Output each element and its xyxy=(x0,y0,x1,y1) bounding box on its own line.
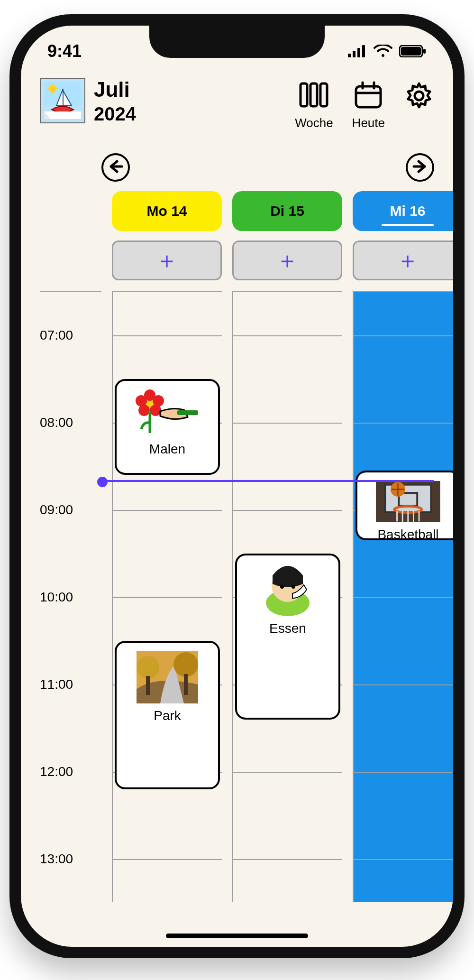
event-card[interactable]: Essen xyxy=(235,554,340,720)
svg-point-21 xyxy=(415,92,423,100)
hour-label: 08:00 xyxy=(40,415,73,430)
hour-label: 13:00 xyxy=(40,851,73,867)
plus-icon: ＋ xyxy=(396,245,419,276)
event-card[interactable]: Park xyxy=(115,641,220,789)
day-pill-label: Mi 16 xyxy=(390,203,425,219)
event-title: Park xyxy=(154,708,181,723)
status-indicators xyxy=(348,45,427,58)
day-column-mon[interactable]: MalenPark xyxy=(112,291,222,902)
arrow-right-icon xyxy=(412,159,428,176)
add-event-mon[interactable]: ＋ xyxy=(112,240,222,280)
svg-rect-16 xyxy=(320,83,327,106)
hour-label: 10:00 xyxy=(40,590,73,605)
header-title: Juli 2024 xyxy=(94,78,136,125)
svg-rect-0 xyxy=(348,54,351,57)
week-view-button[interactable]: Woche xyxy=(295,81,333,130)
basketball-icon xyxy=(376,481,440,522)
eating-icon xyxy=(259,564,316,616)
day-column-wed[interactable]: Basketball xyxy=(353,291,453,902)
svg-rect-3 xyxy=(362,45,365,57)
svg-point-8 xyxy=(49,85,56,92)
day-pill-mon[interactable]: Mo 14 xyxy=(112,191,222,231)
hour-label: 11:00 xyxy=(40,677,73,692)
hour-label: 12:00 xyxy=(40,764,73,779)
day-pill-label: Mo 14 xyxy=(146,203,187,219)
home-indicator xyxy=(166,934,308,938)
day-pill-tue[interactable]: Di 15 xyxy=(232,191,342,231)
svg-rect-1 xyxy=(353,51,356,57)
header-year: 2024 xyxy=(94,103,136,125)
event-title: Basketball xyxy=(377,527,438,542)
header-month: Juli xyxy=(94,78,136,102)
app-logo xyxy=(40,78,85,123)
next-days-button[interactable] xyxy=(406,153,434,182)
day-pill-wed[interactable]: Mi 16 xyxy=(353,191,453,231)
svg-rect-2 xyxy=(357,48,360,57)
svg-rect-6 xyxy=(423,49,426,54)
settings-button[interactable] xyxy=(404,81,434,113)
flower-paint-icon xyxy=(132,389,203,437)
plus-icon: ＋ xyxy=(276,245,299,276)
day-column-tue[interactable]: Essen xyxy=(232,291,342,902)
prev-days-button[interactable] xyxy=(101,153,130,182)
svg-rect-17 xyxy=(356,86,381,107)
calendar-icon xyxy=(353,81,383,111)
week-view-label: Woche xyxy=(295,116,333,130)
svg-rect-5 xyxy=(401,47,421,55)
svg-rect-14 xyxy=(301,83,307,106)
device-notch xyxy=(149,26,325,58)
arrow-left-icon xyxy=(108,159,124,176)
event-title: Malen xyxy=(149,442,185,457)
time-gutter: 07:0008:0009:0010:0011:0012:0013:00 xyxy=(40,291,101,902)
gear-icon xyxy=(404,81,434,113)
day-pill-label: Di 15 xyxy=(270,203,304,219)
event-title: Essen xyxy=(269,621,306,636)
columns-icon xyxy=(299,81,329,111)
hour-label: 07:00 xyxy=(40,328,73,343)
wifi-icon xyxy=(374,45,392,58)
event-card[interactable]: Basketball xyxy=(356,471,453,540)
today-button[interactable]: Heute xyxy=(352,81,385,130)
plus-icon: ＋ xyxy=(155,245,178,276)
hour-label: 09:00 xyxy=(40,502,73,518)
add-event-wed[interactable]: ＋ xyxy=(353,240,453,280)
park-photo-icon xyxy=(137,651,198,703)
add-event-tue[interactable]: ＋ xyxy=(232,240,342,280)
status-time: 9:41 xyxy=(47,41,82,61)
today-label: Heute xyxy=(352,116,385,130)
event-card[interactable]: Malen xyxy=(115,379,220,475)
battery-icon xyxy=(399,45,427,57)
cellular-icon xyxy=(348,45,367,57)
svg-rect-15 xyxy=(310,83,317,106)
